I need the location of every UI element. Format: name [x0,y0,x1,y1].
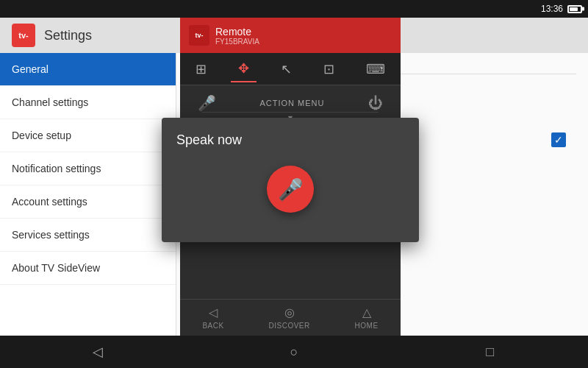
back-icon: ◁ [93,344,103,360]
sidebar: General Channel settings Device setup No… [0,53,176,336]
home-nav-icon: △ [362,305,371,319]
screen-tool-button[interactable]: ⊡ [316,57,342,82]
speak-modal: Speak now 🎤 [162,118,419,242]
remote-bottom-nav: ◁ BACK ◎ DISCOVER △ HOME [180,299,401,336]
remote-logo-text: tv- [196,32,204,39]
battery-icon [567,5,582,13]
recent-icon: □ [486,344,494,360]
home-icon: ○ [290,344,298,360]
checkmark-icon: ✓ [554,134,563,146]
power-icon: ⏻ [368,95,383,112]
back-nav-icon: ◁ [209,305,218,319]
sidebar-item-device[interactable]: Device setup [0,119,176,152]
mic-button[interactable]: 🎤 [267,166,314,213]
grid-tool-button[interactable]: ⊞ [188,57,214,82]
cursor-tool-button[interactable]: ↖ [273,57,299,82]
discover-nav-icon: ◎ [284,305,295,319]
logo-text: tv- [18,32,28,40]
status-bar: 13:36 [0,0,588,18]
sidebar-item-account[interactable]: Account settings [0,185,176,219]
remote-title: Remote [215,26,259,38]
settings-title: Settings [44,28,92,43]
keyboard-tool-button[interactable]: ⌨ [359,57,392,82]
speak-now-title: Speak now [176,132,242,148]
status-time: 13:36 [541,4,563,14]
remote-home-button[interactable]: △ HOME [355,305,379,330]
mic-icon: 🎤 [278,177,304,202]
home-button[interactable]: ○ [272,336,316,368]
sidebar-item-channel[interactable]: Channel settings [0,86,176,119]
recent-button[interactable]: □ [468,336,512,368]
remote-title-block: Remote FY15BRAVIA [215,26,259,46]
remote-logo: tv- [189,25,209,46]
action-row: 🎤 ACTION MENU ⏻ [180,94,401,112]
remote-back-button[interactable]: ◁ BACK [202,305,223,330]
nav-bar: ◁ ○ □ [0,336,588,368]
remote-discover-button[interactable]: ◎ DISCOVER [269,305,310,330]
sidebar-item-services[interactable]: Services settings [0,219,176,252]
remote-header: tv- Remote FY15BRAVIA [180,18,401,53]
sidebar-item-about[interactable]: About TV SideView [0,252,176,285]
remote-toolbar: ⊞ ✥ ↖ ⊡ ⌨ [180,53,401,85]
checkbox-checked[interactable]: ✓ [551,132,566,147]
checkbox-container[interactable]: ✓ [551,132,566,147]
sidebar-item-notification[interactable]: Notification settings [0,152,176,185]
discover-nav-label: DISCOVER [269,322,310,330]
home-nav-label: HOME [355,322,379,330]
back-button[interactable]: ◁ [76,336,120,368]
sidebar-item-general[interactable]: General [0,53,176,86]
remote-subtitle: FY15BRAVIA [215,38,259,46]
dpad-tool-button[interactable]: ✥ [231,56,257,82]
action-menu-label: ACTION MENU [260,99,325,107]
mic-small-icon: 🎤 [198,94,216,112]
back-nav-label: BACK [202,322,223,330]
settings-logo: tv- [12,24,35,47]
